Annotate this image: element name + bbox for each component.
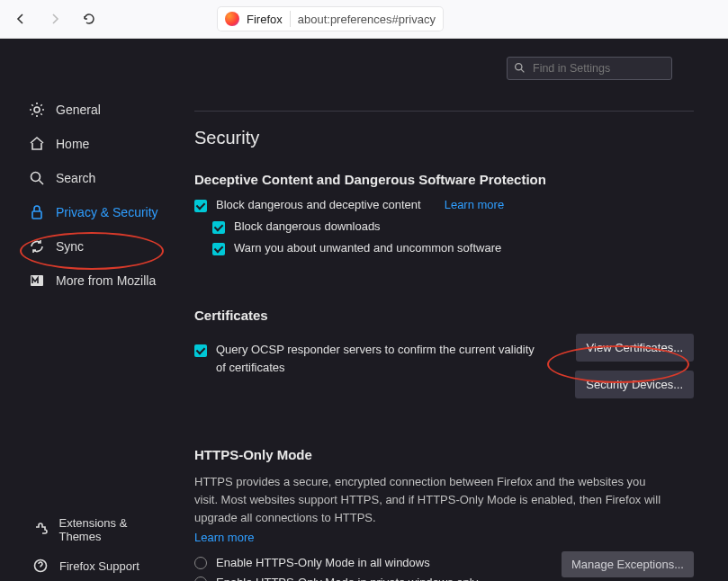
checkbox-warn-unwanted[interactable]: Warn you about unwanted and uncommon sof… [212,241,694,255]
learn-more-link[interactable]: Learn more [445,198,504,211]
radio-label: Enable HTTPS-Only Mode in private window… [216,576,478,581]
mozilla-icon [29,273,45,289]
back-button[interactable] [7,5,34,32]
subsection-https-only: HTTPS-Only Mode [194,447,694,462]
sidebar-item-support[interactable]: Firefox Support [0,550,180,581]
checkbox-label: Block dangerous downloads [234,219,381,233]
gear-icon [29,102,45,118]
checkbox-ocsp[interactable]: Query OCSP responder servers to confirm … [194,341,541,376]
settings-content: Security Deceptive Content and Dangerous… [180,39,728,581]
question-icon [32,558,49,574]
svg-rect-2 [32,211,41,219]
home-icon [29,136,45,152]
app-label: Firefox [247,13,283,26]
svg-point-5 [516,64,522,70]
view-certificates-button[interactable]: View Certificates... [576,334,694,362]
firefox-icon [225,12,239,26]
radio-https-private[interactable]: Enable HTTPS-Only Mode in private window… [194,576,541,581]
radio-icon [194,557,207,569]
sidebar-item-label: Search [56,171,95,185]
sidebar-item-label: More from Mozilla [56,273,156,288]
radio-label: Enable HTTPS-Only Mode in all windows [216,556,430,569]
address-bar[interactable]: Firefox about:preferences#privacy [218,7,443,31]
divider [194,111,694,112]
sync-icon [29,238,45,255]
checkbox-icon [212,243,225,255]
divider [290,11,291,27]
checkbox-icon [194,200,207,212]
sidebar-item-label: General [56,103,101,117]
sidebar-item-privacy[interactable]: Privacy & Security [0,195,180,229]
checkbox-block-downloads[interactable]: Block dangerous downloads [212,219,694,234]
security-devices-button[interactable]: Security Devices... [575,371,694,398]
radio-https-all[interactable]: Enable HTTPS-Only Mode in all windows [194,556,541,569]
search-icon [29,170,45,186]
sidebar-item-search[interactable]: Search [0,161,180,195]
manage-exceptions-button[interactable]: Manage Exceptions... [562,551,694,577]
checkbox-block-deceptive[interactable]: Block dangerous and deceptive content Le… [194,198,694,212]
subsection-certificates: Certificates [194,308,694,323]
sidebar-item-label: Sync [56,239,84,254]
checkbox-label: Warn you about unwanted and uncommon sof… [234,241,501,255]
learn-more-link[interactable]: Learn more [194,531,254,544]
browser-toolbar: Firefox about:preferences#privacy [0,0,728,39]
sidebar-item-label: Firefox Support [59,559,139,573]
sidebar-item-home[interactable]: Home [0,127,180,161]
checkbox-icon [212,221,225,234]
url-text: about:preferences#privacy [298,13,436,26]
sidebar-item-label: Privacy & Security [56,205,158,219]
svg-point-1 [31,173,40,182]
lock-icon [29,204,45,220]
radio-icon [194,577,207,581]
settings-sidebar: General Home Search Privacy & Security S… [0,39,180,581]
sidebar-item-general[interactable]: General [0,93,180,127]
reload-button[interactable] [76,5,103,32]
checkbox-label: Block dangerous and deceptive content [216,198,421,211]
forward-button[interactable] [41,5,68,32]
sidebar-item-label: Extensions & Themes [58,516,169,543]
svg-point-0 [34,107,40,112]
settings-search-input[interactable] [507,57,672,80]
sidebar-item-label: Home [56,137,89,151]
subsection-deceptive: Deceptive Content and Dangerous Software… [194,172,694,187]
puzzle-icon [32,522,48,538]
sidebar-item-sync[interactable]: Sync [0,229,180,264]
search-icon [514,62,526,76]
section-heading-security: Security [194,128,694,148]
settings-search [507,57,672,80]
sidebar-item-more[interactable]: More from Mozilla [0,264,180,298]
https-description: HTTPS provides a secure, encrypted conne… [194,473,662,527]
checkbox-label: Query OCSP responder servers to confirm … [216,341,540,376]
sidebar-item-extensions[interactable]: Extensions & Themes [0,509,180,550]
checkbox-icon [194,344,207,357]
